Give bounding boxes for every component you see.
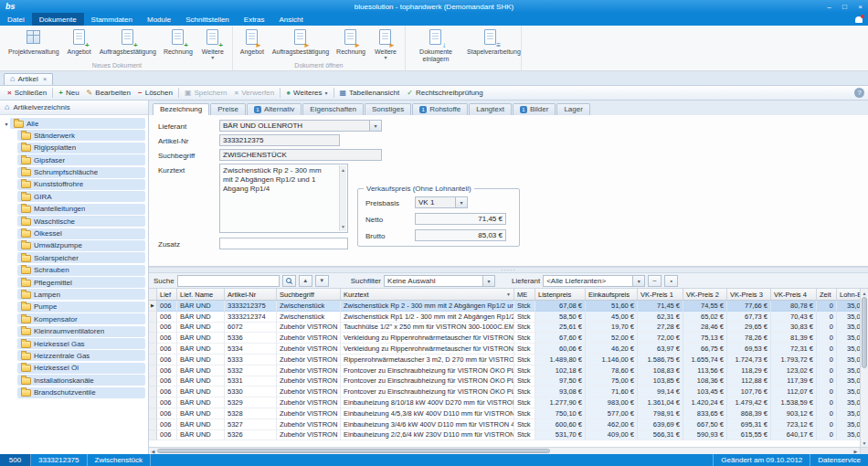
ribbon-button-rechnung[interactable]: +Rechnung xyxy=(160,27,196,57)
sidebar-item-gira[interactable]: GIRA xyxy=(17,191,145,202)
ribbon-button-weitere[interactable]: +Weitere▾ xyxy=(196,27,229,61)
sidebar-item-ständerwerk[interactable]: Ständerwerk xyxy=(17,130,145,141)
minimize-button[interactable]: – xyxy=(821,0,837,13)
sidebar-item-heizzentrale-gas[interactable]: Heizzentrale Gas xyxy=(17,350,145,361)
ribbon-button-auftragsbestätigung[interactable]: +Auftragsbestätigung xyxy=(96,27,160,57)
tab-alternativ[interactable]: 1Alternativ xyxy=(247,103,302,115)
ribbon-button-angebot[interactable]: +Angebot xyxy=(63,27,96,57)
tab-artikel[interactable]: Artikel × xyxy=(4,73,53,85)
sidebar-item-umwälzpumpe[interactable]: Umwälzpumpe xyxy=(17,240,145,251)
table-row[interactable]: 006BÄR UND5336Zubehör VISTRONVerkleidung… xyxy=(149,333,860,344)
column-header-einkaufspreis[interactable]: Einkaufspreis xyxy=(586,289,638,300)
column-header-listenpreis[interactable]: Listenpreis xyxy=(535,289,586,300)
table-row[interactable]: 006BÄR UND5332Zubehör VISTRONFrontcover … xyxy=(149,365,860,376)
sidebar-item-heizkessel-gas[interactable]: Heizkessel Gas xyxy=(17,338,145,349)
table-row[interactable]: 006BÄR UND5330Zubehör VISTRONFrontcover … xyxy=(149,387,860,397)
column-header-lohn-ek[interactable]: Lohn-EK xyxy=(837,289,860,300)
sidebar-item-mantelleitungen[interactable]: Mantelleitungen xyxy=(17,204,145,215)
menu-item-datei[interactable]: Datei xyxy=(0,13,32,26)
search-button[interactable] xyxy=(282,275,296,287)
toolbar-button-schließen[interactable]: ×Schließen xyxy=(4,87,50,100)
tab-preise[interactable]: Preise xyxy=(210,103,246,115)
tab-langtext[interactable]: Langtext xyxy=(469,103,512,115)
scroll-right-button[interactable] xyxy=(852,448,860,454)
chevron-down-icon[interactable] xyxy=(455,197,467,207)
menu-item-stammdaten[interactable]: Stammdaten xyxy=(84,13,140,26)
scroll-up-button[interactable] xyxy=(861,289,868,297)
chevron-down-icon[interactable] xyxy=(632,276,644,286)
search-next-button[interactable] xyxy=(315,275,329,287)
column-header-zeit[interactable]: Zeit xyxy=(817,289,837,300)
sidebar-item-gipsfaser[interactable]: Gipsfaser xyxy=(17,154,145,165)
column-header-vk-preis-3[interactable]: VK-Preis 3 xyxy=(727,289,771,300)
table-row[interactable]: 006BÄR UND3333212374ZwischenstückZwische… xyxy=(149,312,860,323)
column-header-lief-name[interactable]: Lief. Name xyxy=(177,289,225,300)
table-row[interactable]: 006BÄR UND5333Zubehör VISTRONRippenrohrw… xyxy=(149,355,860,365)
table-row[interactable]: ▶006BÄR UND3333212375ZwischenstückZwisch… xyxy=(149,301,860,312)
zusatz-field[interactable] xyxy=(219,238,348,249)
ribbon-button-auftragsbestätigung[interactable]: ►Auftragsbestätigung xyxy=(269,27,333,57)
column-header-vk-preis-2[interactable]: VK-Preis 2 xyxy=(683,289,727,300)
kurztext-scrollbar[interactable] xyxy=(339,165,346,231)
scroll-left-button[interactable] xyxy=(149,448,157,454)
tab-bilder[interactable]: 1Bilder xyxy=(513,103,556,115)
menu-item-schnittstellen[interactable]: Schnittstellen xyxy=(178,13,237,26)
vertical-scrollbar[interactable] xyxy=(860,289,868,447)
scroll-track[interactable] xyxy=(550,448,852,454)
notification-bell-icon[interactable] xyxy=(855,16,863,23)
toolbar-button-bearbeiten[interactable]: ✎Bearbeiten xyxy=(83,87,134,100)
column-header-suchbegriff[interactable]: Suchbegriff xyxy=(277,289,341,300)
horizontal-scroll-thumb[interactable] xyxy=(157,449,550,453)
sidebar-item-rigipsplatten[interactable]: Rigipsplatten xyxy=(17,143,145,154)
sidebar-item-pumpe[interactable]: Pumpe xyxy=(17,302,145,312)
chevron-down-icon[interactable] xyxy=(482,276,494,286)
tab-sonstiges[interactable]: Sonstiges xyxy=(365,103,411,115)
maximize-button[interactable]: □ xyxy=(837,0,852,13)
kurztext-field[interactable]: Zwischenstück Rp 2 - 300 mm mit 2 Abgäng… xyxy=(219,164,348,233)
filter-clear-button[interactable] xyxy=(648,275,662,287)
menu-item-module[interactable]: Module xyxy=(140,13,178,26)
sidebar-item-ölkessel[interactable]: Ölkessel xyxy=(17,228,145,239)
sidebar-item-kompensator[interactable]: Kompensator xyxy=(17,313,145,324)
table-row[interactable]: 006BÄR UND5328Zubehör VISTRONEinbauheizu… xyxy=(149,408,860,419)
menu-item-dokumente[interactable]: Dokumente xyxy=(32,13,84,26)
column-header-lief[interactable]: Lief xyxy=(157,289,177,300)
column-header-vk-preis-4[interactable]: VK-Preis 4 xyxy=(771,289,817,300)
artikel-nr-field[interactable]: 3333212375 xyxy=(219,134,340,146)
menu-item-ansicht[interactable]: Ansicht xyxy=(271,13,310,26)
ribbon-button-projektverwaltung[interactable]: Projektverwaltung xyxy=(5,27,63,57)
sidebar-item-solarspeicher[interactable]: Solarspeicher xyxy=(17,252,145,263)
table-row[interactable]: 006BÄR UND5326Zubehör VISTRONEinbauheizu… xyxy=(149,430,860,441)
scroll-down-button[interactable] xyxy=(861,439,868,447)
toolbar-button-weiteres[interactable]: ●Weiteres▾ xyxy=(282,87,331,100)
expander-icon[interactable]: ▾ xyxy=(3,121,10,127)
vertical-scroll-thumb[interactable] xyxy=(862,297,867,368)
tab-close-icon[interactable]: × xyxy=(43,75,48,83)
close-button[interactable]: × xyxy=(852,0,868,13)
table-row[interactable]: 006BÄR UND5331Zubehör VISTRONFrontcover … xyxy=(149,376,860,387)
help-icon[interactable] xyxy=(854,88,864,98)
ribbon-button-weitere[interactable]: ►Weitere▾ xyxy=(369,27,402,61)
toolbar-button-löschen[interactable]: −Löschen xyxy=(134,87,176,100)
sidebar-item-brandschutzventile[interactable]: Brandschutzventile xyxy=(17,387,145,398)
ribbon-button-stapelverarbeitung[interactable]: ≡Stapelverarbeitung xyxy=(463,27,518,57)
preisbasis-select[interactable]: VK 1 xyxy=(415,196,468,208)
arrow-up-icon[interactable] xyxy=(341,165,345,175)
toolbar-button-verwerfen[interactable]: ×Verwerfen xyxy=(231,87,279,100)
sidebar-item-kleinraumventilatoren[interactable]: Kleinraumventilatoren xyxy=(17,326,145,337)
tab-bezeichnung[interactable]: Bezeichnung xyxy=(153,103,209,115)
filter-options-button[interactable] xyxy=(664,275,678,287)
tab-lager[interactable]: Lager xyxy=(556,103,589,115)
sidebar-item-waschtische[interactable]: Waschtische xyxy=(17,216,145,227)
toolbar-button-neu[interactable]: +Neu xyxy=(55,87,82,100)
toolbar-button-rechtschreibprüfung[interactable]: ✓Rechtschreibprüfung xyxy=(403,87,487,100)
table-row[interactable]: 006BÄR UND6072Zubehör VISTRONTauchhülse … xyxy=(149,323,860,334)
ribbon-button-angebot[interactable]: ►Angebot xyxy=(236,27,269,57)
column-header-me[interactable]: ME xyxy=(514,289,535,300)
scroll-track[interactable] xyxy=(861,368,868,439)
lieferant-select[interactable]: BÄR UND OLLENROTH xyxy=(219,120,382,132)
sidebar-item-lampen[interactable]: Lampen xyxy=(17,289,145,300)
sidebar-item-heizkessel-öl[interactable]: Heizkessel Öl xyxy=(17,363,145,374)
ribbon-button-rechnung[interactable]: ►Rechnung xyxy=(333,27,369,57)
table-row[interactable]: 006BÄR UND5334Zubehör VISTRONVerkleidung… xyxy=(149,344,860,355)
